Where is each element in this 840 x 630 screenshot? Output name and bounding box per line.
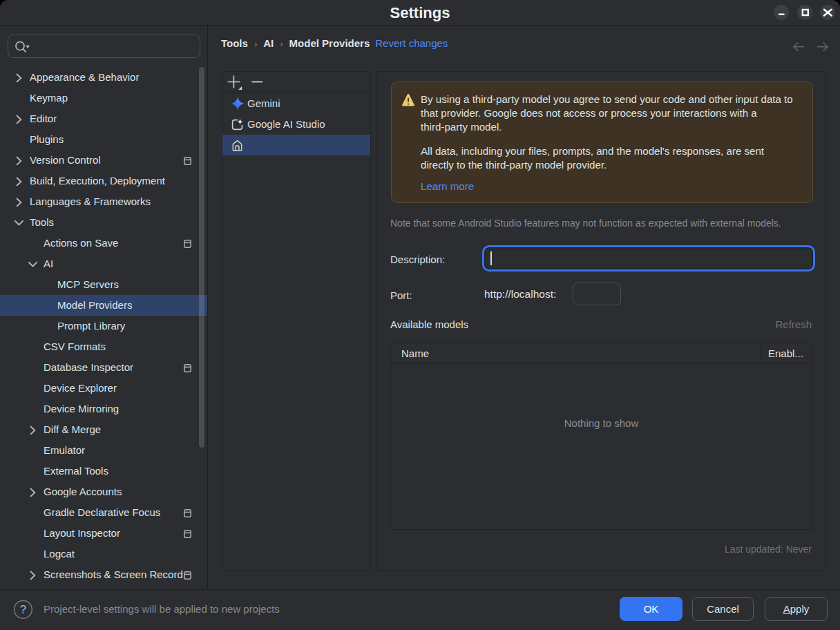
- svg-text:?: ?: [20, 603, 26, 615]
